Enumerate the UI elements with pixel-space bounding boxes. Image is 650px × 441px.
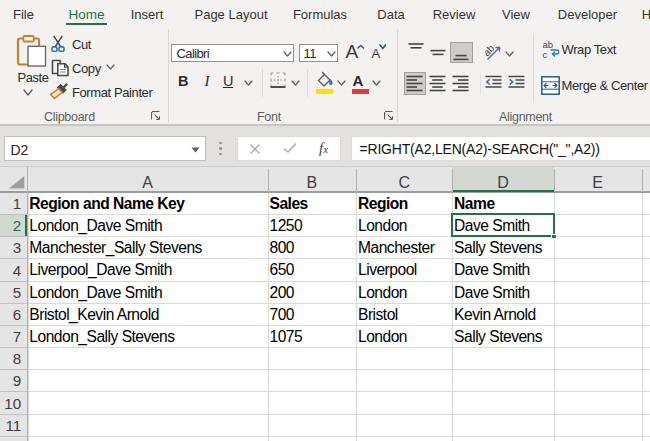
svg-text:c: c	[543, 49, 548, 60]
